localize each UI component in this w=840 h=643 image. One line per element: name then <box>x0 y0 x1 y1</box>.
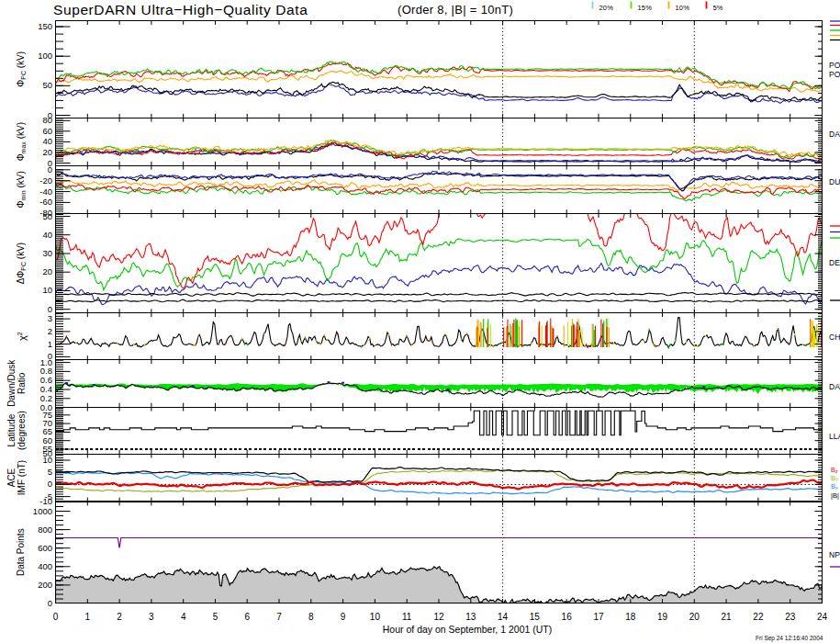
svg-text:Φmin (kV): Φmin (kV) <box>16 171 27 208</box>
svg-text:0: 0 <box>48 304 52 314</box>
svg-text:DAW: DAW <box>829 382 840 391</box>
svg-text:4: 4 <box>181 612 186 622</box>
svg-text:150: 150 <box>38 21 52 31</box>
svg-text:ACE: ACE <box>6 468 17 487</box>
svg-text:13: 13 <box>465 612 476 622</box>
svg-text:0: 0 <box>48 164 52 175</box>
svg-text:-40: -40 <box>39 186 52 197</box>
svg-text:24: 24 <box>817 612 828 622</box>
svg-text:75: 75 <box>42 410 52 420</box>
svg-text:30: 30 <box>42 248 52 258</box>
svg-text:Hour of day on September, 1 20: Hour of day on September, 1 2001 (UT) <box>383 624 552 635</box>
svg-text:19: 19 <box>657 612 668 622</box>
svg-text:20: 20 <box>689 612 700 622</box>
svg-text:1: 1 <box>85 612 91 622</box>
svg-text:14: 14 <box>498 612 509 622</box>
svg-text:0.8: 0.8 <box>40 366 52 376</box>
svg-text:17: 17 <box>593 612 604 622</box>
svg-text:20: 20 <box>42 147 52 157</box>
svg-text:10: 10 <box>42 285 52 295</box>
svg-text:0: 0 <box>48 479 52 489</box>
svg-text:16: 16 <box>562 612 573 622</box>
svg-text:5%: 5% <box>713 4 723 12</box>
svg-text:POL: POL <box>829 70 840 79</box>
svg-text:8: 8 <box>308 612 314 622</box>
svg-text:60: 60 <box>42 126 52 136</box>
svg-text:2: 2 <box>117 612 122 622</box>
svg-text:50: 50 <box>42 211 52 221</box>
svg-text:Dawn/Dusk: Dawn/Dusk <box>6 359 17 407</box>
svg-text:9: 9 <box>341 612 346 622</box>
svg-text:2: 2 <box>48 326 52 336</box>
svg-text:Φmax (kV): Φmax (kV) <box>16 122 27 161</box>
svg-text:-20: -20 <box>39 175 52 186</box>
svg-text:3: 3 <box>149 612 154 622</box>
svg-text:7: 7 <box>276 612 282 622</box>
svg-text:1: 1 <box>48 339 52 349</box>
svg-text:(Order 8, |B| = 10nT): (Order 8, |B| = 10nT) <box>398 3 513 17</box>
svg-text:600: 600 <box>38 543 52 553</box>
svg-text:ΦPC (kV): ΦPC (kV) <box>16 51 27 87</box>
svg-text:LLA: LLA <box>829 432 840 441</box>
svg-text:80: 80 <box>42 115 52 125</box>
svg-text:POL: POL <box>829 61 840 70</box>
svg-text:-5: -5 <box>45 491 52 502</box>
svg-text:IMF (nT): IMF (nT) <box>17 460 27 495</box>
svg-text:1000: 1000 <box>33 506 52 516</box>
svg-text:Latitude: Latitude <box>6 413 17 446</box>
svg-text:|B|: |B| <box>831 491 839 500</box>
svg-text:0.4: 0.4 <box>40 384 52 394</box>
svg-text:20%: 20% <box>599 4 614 12</box>
svg-text:12: 12 <box>433 612 444 622</box>
svg-text:18: 18 <box>625 612 636 622</box>
svg-text:10: 10 <box>42 455 52 465</box>
svg-text:Fri Sep 24 12:16:40 2004: Fri Sep 24 12:16:40 2004 <box>756 635 823 642</box>
svg-text:0.6: 0.6 <box>40 375 52 385</box>
svg-text:-60: -60 <box>39 197 52 207</box>
svg-text:Ratio: Ratio <box>17 372 27 394</box>
svg-text:20: 20 <box>42 266 52 276</box>
svg-text:800: 800 <box>38 525 52 535</box>
svg-text:CHI: CHI <box>829 333 840 342</box>
svg-text:3: 3 <box>48 313 52 323</box>
svg-text:10: 10 <box>370 612 381 622</box>
svg-text:0: 0 <box>48 598 52 608</box>
svg-text:(degrees): (degrees) <box>17 411 27 450</box>
svg-text:21: 21 <box>722 612 733 622</box>
svg-text:15: 15 <box>530 612 541 622</box>
svg-text:DUS: DUS <box>829 177 840 186</box>
svg-text:23: 23 <box>785 612 796 622</box>
svg-text:6: 6 <box>244 612 250 622</box>
svg-text:1.0: 1.0 <box>40 357 52 367</box>
svg-text:10%: 10% <box>676 4 690 12</box>
svg-text:50: 50 <box>42 80 52 90</box>
svg-text:5: 5 <box>213 612 218 622</box>
svg-text:Data Points: Data Points <box>16 528 26 576</box>
svg-text:5: 5 <box>48 467 52 477</box>
svg-text:NP: NP <box>829 550 840 559</box>
svg-text:11: 11 <box>402 612 412 622</box>
svg-text:200: 200 <box>38 580 52 590</box>
svg-text:40: 40 <box>42 230 52 240</box>
svg-text:100: 100 <box>38 51 52 61</box>
svg-text:40: 40 <box>42 136 52 146</box>
svg-text:400: 400 <box>38 561 52 571</box>
svg-text:DEL: DEL <box>829 258 840 267</box>
svg-text:SuperDARN Ultra−High−Quality D: SuperDARN Ultra−High−Quality Data <box>53 2 308 17</box>
svg-text:22: 22 <box>753 612 764 622</box>
svg-text:0.2: 0.2 <box>40 393 52 403</box>
svg-text:DAY: DAY <box>829 130 840 139</box>
svg-text:0: 0 <box>53 612 59 622</box>
svg-text:15%: 15% <box>638 4 653 12</box>
